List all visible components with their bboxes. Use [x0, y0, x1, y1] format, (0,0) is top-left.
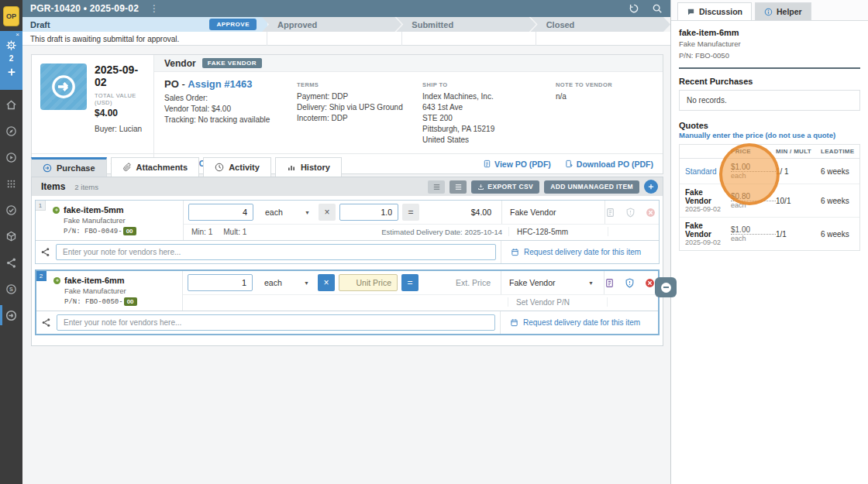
add-item-button[interactable]: [644, 180, 658, 194]
vendor-pn: HFC-128-5mm: [508, 227, 608, 236]
sidebar-item-inventory[interactable]: [0, 223, 22, 249]
vendor-pn-placeholder[interactable]: Set Vendor P/N: [508, 297, 607, 307]
item-pn: P/N: FBO-0050-: [64, 298, 123, 306]
app-logo[interactable]: OP: [3, 6, 19, 26]
items-count: 2 items: [74, 183, 98, 191]
sidebar-active-module: × 2: [0, 31, 22, 90]
quote-price[interactable]: $0.80: [731, 192, 776, 201]
unit-price-input[interactable]: [339, 274, 398, 291]
quote-price[interactable]: $1.00: [731, 163, 776, 172]
pdf-icon: [483, 160, 491, 168]
terms-column: TERMS Payment: DDP Delivery: Ship via UP…: [288, 77, 413, 146]
tab-activity[interactable]: Activity: [203, 157, 271, 177]
dots-grid-icon: [5, 178, 17, 190]
sidebar-item-explore[interactable]: [0, 118, 22, 144]
shield-icon[interactable]: [625, 278, 635, 288]
tab-history[interactable]: History: [275, 157, 342, 177]
vendor-note-input[interactable]: [56, 244, 496, 260]
note-to-vendor-value: n/a: [556, 91, 653, 102]
quote-row-vendor-2: Fake Vendor2025-09-02 $1.00each 1/1 6 we…: [680, 218, 859, 250]
sidebar-nav: [0, 91, 22, 328]
sales-order-line: Sales Order:: [164, 93, 278, 104]
tab-helper[interactable]: Helper: [755, 2, 811, 20]
content-tabs: Purchase Attachments Activity History: [31, 157, 342, 177]
main-content: PGR-10420 • 2025-09-02 ⋮ Draft APPROVE A…: [22, 0, 670, 484]
manual-price-link[interactable]: Manually enter the price (do not use a q…: [679, 131, 860, 139]
tracking-line: Tracking: No tracking available: [164, 115, 278, 125]
detail-view-button[interactable]: [450, 180, 467, 194]
po-label: PO: [164, 78, 179, 90]
vendor-badge: FAKE VENDOR: [202, 58, 262, 68]
po-summary-card: 2025-09-02 TOTAL VALUE (USD) $4.00 Buyer…: [31, 54, 663, 174]
approve-button[interactable]: APPROVE: [209, 19, 257, 30]
tab-purchase[interactable]: Purchase: [31, 157, 107, 177]
item-name[interactable]: fake-item-5mm: [64, 205, 124, 215]
request-delivery-date[interactable]: Request delivery date for this item: [501, 241, 659, 263]
quote-name-link[interactable]: Standard: [685, 167, 731, 176]
sidebar-item-apps[interactable]: [0, 170, 22, 197]
recent-purchases-title: Recent Purchases: [679, 77, 860, 86]
tab-attachments[interactable]: Attachments: [111, 157, 200, 177]
add-unmanaged-item-button[interactable]: ADD UNMANAGED ITEM: [544, 180, 639, 194]
kebab-menu-icon[interactable]: ⋮: [150, 3, 159, 14]
item-manufacturer: Fake Manufacturer: [64, 287, 176, 295]
quantity-input[interactable]: [188, 204, 253, 221]
row-number: 2: [36, 271, 46, 281]
total-value: $4.00: [95, 108, 147, 118]
history-icon[interactable]: [629, 3, 639, 14]
vendor-note-input[interactable]: [57, 314, 495, 331]
row-actions: [604, 271, 655, 294]
stage-draft[interactable]: Draft APPROVE: [22, 17, 267, 32]
stage-closed: Closed: [531, 17, 670, 32]
sidebar-item-home[interactable]: [0, 91, 22, 118]
list-view-button[interactable]: [428, 180, 445, 194]
helm-icon[interactable]: [5, 39, 17, 51]
managed-item-icon: [53, 207, 60, 214]
recent-purchases-empty: No records.: [679, 90, 860, 111]
comment-handle[interactable]: [655, 277, 677, 297]
unit-select[interactable]: each▼: [257, 274, 314, 291]
unit-price-input[interactable]: [339, 204, 398, 221]
quote-price[interactable]: $1.00: [731, 225, 776, 235]
shield-icon[interactable]: [625, 208, 636, 218]
sidebar-item-share[interactable]: [0, 249, 22, 276]
clock-icon: [215, 163, 224, 172]
share-icon: [5, 257, 17, 269]
close-icon[interactable]: ×: [16, 31, 22, 38]
view-po-pdf-link[interactable]: View PO (PDF): [483, 160, 551, 169]
share-icon: [41, 318, 51, 328]
vendor-label: Vendor: [164, 58, 196, 69]
sidebar-item-runs[interactable]: [0, 144, 22, 170]
item-name[interactable]: fake-item-6mm: [64, 276, 125, 285]
export-csv-button[interactable]: EXPORT CSV: [471, 180, 539, 194]
quote-minmult: 1/ 1: [776, 167, 821, 176]
sidebar-item-sourcing[interactable]: [0, 276, 22, 302]
equals-operator: =: [401, 274, 418, 291]
tab-discussion[interactable]: Discussion: [677, 2, 752, 20]
remove-item-icon[interactable]: [646, 208, 656, 218]
chevron-down-icon: ▼: [588, 280, 594, 286]
item-pn-revision-badge: 00: [123, 227, 136, 235]
min-qty: Min: 1: [191, 228, 212, 236]
sidebar-item-purchasing[interactable]: [0, 302, 22, 328]
plus-circle-icon[interactable]: [6, 67, 17, 77]
vendor-select[interactable]: Fake Vendor▼: [501, 271, 600, 294]
list-icon: [432, 183, 441, 191]
vendor-cell: Fake Vendor: [501, 201, 601, 224]
request-delivery-date[interactable]: Request delivery date for this item: [500, 311, 658, 334]
quote-name: Fake Vendor: [685, 221, 731, 239]
remove-item-icon[interactable]: [645, 278, 655, 288]
helper-tabs: Discussion Helper: [671, 0, 868, 21]
quantity-input[interactable]: [188, 274, 253, 291]
chevron-down-icon: ▼: [305, 210, 310, 215]
search-icon[interactable]: [652, 3, 663, 14]
notes-icon[interactable]: [605, 208, 615, 218]
items-panel: Items 2 items EXPORT CSV ADD UNMANAGED I…: [31, 177, 663, 346]
sidebar-item-approvals[interactable]: [0, 197, 22, 223]
comment-icon: [687, 8, 695, 16]
quote-date: 2025-09-02: [685, 205, 731, 213]
download-po-pdf-link[interactable]: Download PO (PDF): [565, 160, 653, 169]
unit-select[interactable]: each▼: [257, 204, 315, 221]
po-assign-link[interactable]: Assign #1463: [188, 78, 252, 90]
notes-icon[interactable]: [604, 278, 615, 288]
